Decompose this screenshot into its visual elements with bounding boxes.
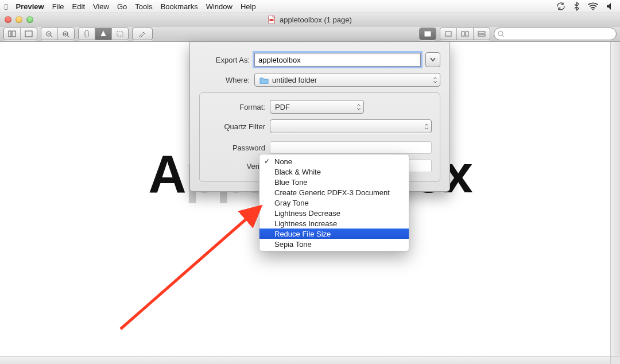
window-titlebar: appletoolbox (1 page) [0, 13, 620, 26]
app-menu[interactable]: Preview [16, 2, 44, 11]
quartz-filter-menu: None Black & White Blue Tone Create Gene… [259, 154, 409, 251]
quartz-option-reduce-file-size[interactable]: Reduce File Size [259, 229, 409, 239]
toolbar-search-field[interactable] [494, 28, 617, 40]
svg-rect-17 [466, 32, 468, 36]
format-label: Format: [208, 103, 265, 111]
window-minimize-button[interactable] [16, 16, 22, 23]
display-single-button[interactable] [420, 28, 436, 40]
chevron-down-icon [356, 107, 361, 110]
svg-rect-18 [478, 32, 485, 33]
vertical-scrollbar[interactable] [610, 42, 620, 357]
move-tool-button[interactable] [79, 28, 95, 40]
layout-a-button[interactable] [440, 28, 457, 40]
svg-rect-15 [445, 32, 451, 36]
apple-menu-icon[interactable]:  [5, 2, 7, 11]
quartz-option-blue-tone[interactable]: Blue Tone [259, 177, 409, 187]
page-layout-segmented [440, 28, 490, 40]
svg-rect-5 [25, 31, 32, 37]
layout-c-button[interactable] [474, 28, 490, 40]
search-icon [498, 30, 505, 37]
svg-rect-4 [12, 31, 16, 37]
window-title: appletoolbox (1 page) [280, 16, 352, 24]
menu-bookmarks[interactable]: Bookmarks [161, 2, 198, 11]
pdf-file-icon [268, 16, 276, 24]
expand-save-dialog-button[interactable] [425, 52, 440, 67]
menu-window[interactable]: Window [206, 2, 232, 11]
svg-rect-2 [270, 19, 274, 21]
rect-select-tool-button[interactable] [112, 28, 128, 40]
svg-rect-19 [478, 34, 485, 36]
export-as-label: Export As: [199, 56, 250, 64]
svg-rect-16 [462, 32, 464, 36]
zoom-segmented [41, 28, 75, 40]
chevron-up-icon [356, 104, 361, 107]
chevron-down-icon [430, 57, 436, 62]
menu-edit[interactable]: Edit [72, 2, 85, 11]
format-value: PDF [275, 103, 290, 111]
document-viewport: Appletoolbox Export As: Where: untitled … [0, 42, 620, 364]
window-close-button[interactable] [5, 16, 11, 23]
quartz-option-lightness-increase[interactable]: Lightness Increase [259, 218, 409, 229]
quartz-filter-label: Quartz Filter [208, 122, 265, 131]
menu-view[interactable]: View [93, 2, 109, 11]
password-label: Password [208, 144, 265, 152]
quartz-filter-popup[interactable] [270, 119, 432, 133]
horizontal-scrollbar[interactable] [0, 356, 611, 364]
svg-rect-1 [269, 16, 274, 24]
export-as-field[interactable] [254, 53, 421, 67]
quartz-option-sepia-tone[interactable]: Sepia Tone [259, 239, 409, 249]
layout-b-button[interactable] [457, 28, 474, 40]
spotlight-sync-icon[interactable] [556, 2, 565, 11]
svg-rect-3 [9, 31, 11, 37]
svg-rect-13 [117, 32, 123, 36]
tool-mode-segmented [78, 28, 129, 40]
svg-line-21 [502, 35, 504, 37]
format-popup[interactable]: PDF [270, 100, 364, 114]
folder-icon [259, 76, 269, 84]
svg-rect-14 [425, 32, 431, 36]
bluetooth-icon[interactable] [574, 2, 580, 11]
zoom-out-button[interactable] [41, 28, 58, 40]
system-menubar:  Preview File Edit View Go Tools Bookma… [0, 0, 620, 13]
display-mode-segmented [419, 28, 436, 40]
scrollbar-corner [610, 356, 620, 364]
sidebar-view-segmented [3, 28, 37, 40]
chevron-up-icon [433, 77, 437, 80]
sidebar-contents-button[interactable] [21, 28, 37, 40]
menu-file[interactable]: File [52, 2, 64, 11]
quartz-option-pdfx3[interactable]: Create Generic PDFX-3 Document [259, 187, 409, 198]
svg-line-10 [67, 36, 69, 37]
preview-toolbar [0, 26, 620, 42]
sidebar-thumbnails-button[interactable] [4, 28, 21, 40]
svg-point-20 [498, 31, 503, 36]
menu-tools[interactable]: Tools [135, 2, 152, 11]
where-popup[interactable]: untitled folder [254, 73, 440, 87]
window-zoom-button[interactable] [26, 16, 33, 23]
quartz-option-none[interactable]: None [259, 156, 409, 166]
wifi-icon[interactable] [588, 2, 598, 10]
password-field[interactable] [270, 141, 432, 154]
volume-icon[interactable] [606, 2, 615, 10]
edit-toolbar-button[interactable] [132, 28, 153, 40]
quartz-option-black-white[interactable]: Black & White [259, 166, 409, 177]
zoom-in-button[interactable] [58, 28, 74, 40]
quartz-option-lightness-decrease[interactable]: Lightness Decrease [259, 208, 409, 218]
text-select-tool-button[interactable] [95, 28, 112, 40]
verify-label: Verify [208, 162, 265, 171]
where-label: Where: [199, 76, 250, 84]
menu-go[interactable]: Go [117, 2, 127, 11]
chevron-down-icon [433, 80, 437, 83]
svg-point-0 [592, 9, 594, 10]
svg-line-7 [51, 36, 53, 37]
menu-help[interactable]: Help [241, 2, 256, 11]
where-value: untitled folder [272, 76, 317, 84]
quartz-option-gray-tone[interactable]: Gray Tone [259, 198, 409, 208]
